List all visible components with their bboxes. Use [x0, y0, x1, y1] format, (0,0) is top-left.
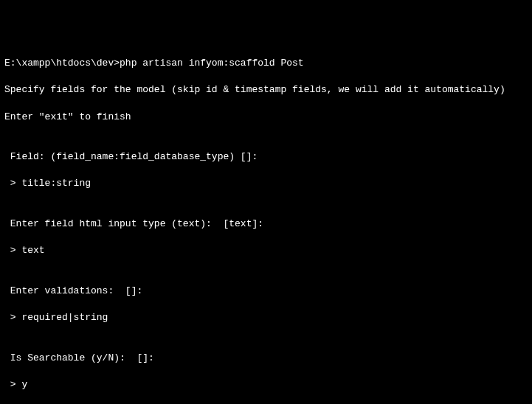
terminal-line-intro1: Specify fields for the model (skip id & … — [4, 83, 528, 97]
terminal-line-searchable-input-1[interactable]: > y — [4, 378, 528, 391]
terminal-line-validations-input-1[interactable]: > required|string — [4, 311, 528, 324]
cwd-path: E:\xampp\htdocs\dev> — [4, 58, 120, 69]
terminal-line-intro2: Enter "exit" to finish — [4, 111, 528, 124]
terminal-line-html-input-1[interactable]: > text — [4, 244, 528, 257]
terminal-line-field-input-1[interactable]: > title:string — [4, 177, 528, 190]
terminal-line-validations-prompt-1: Enter validations: []: — [4, 285, 528, 298]
terminal-line-field-prompt-1: Field: (field_name:field_database_type) … — [4, 150, 528, 164]
terminal-line-html-prompt-1: Enter field html input type (text): [tex… — [4, 217, 528, 231]
terminal-line-searchable-prompt-1: Is Searchable (y/N): []: — [4, 352, 528, 365]
command-text: php artisan infyom:scaffold Post — [120, 58, 304, 69]
terminal-line-command: E:\xampp\htdocs\dev>php artisan infyom:s… — [4, 57, 528, 70]
